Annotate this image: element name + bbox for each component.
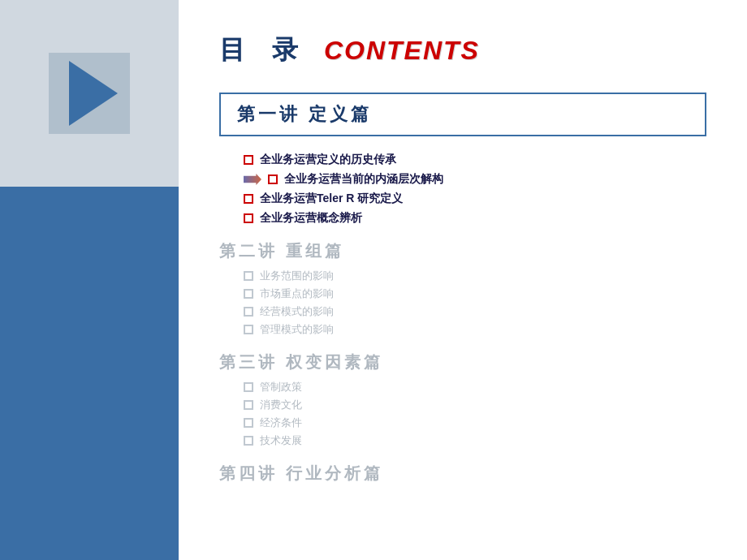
bullet-square-inactive-icon	[244, 400, 253, 410]
item-text: 技术发展	[260, 433, 302, 448]
item-text-highlighted: 全业务运营当前的内涵层次解构	[284, 172, 443, 187]
list-item: 全业务运营当前的内涵层次解构	[244, 172, 706, 187]
list-item: 全业务运营概念辨析	[244, 211, 706, 226]
item-text: 业务范围的影响	[260, 269, 334, 283]
list-item: 管理模式的影响	[244, 322, 706, 337]
arrow-right-icon	[69, 61, 118, 126]
sidebar	[0, 0, 179, 560]
item-text: 管制政策	[260, 380, 302, 394]
sidebar-top	[0, 0, 179, 187]
bullet-square-inactive-icon	[244, 436, 253, 446]
list-item: 经营模式的影响	[244, 304, 706, 319]
item-text: 管理模式的影响	[260, 322, 334, 337]
bullet-square-inactive-icon	[244, 418, 253, 428]
title-chinese: 目 录	[219, 32, 308, 68]
list-item: 全业务运营Teler R 研究定义	[244, 192, 706, 206]
arrow-icon-box	[49, 53, 130, 134]
item-text: 市场重点的影响	[260, 286, 334, 301]
section-2-items: 业务范围的影响 市场重点的影响 经营模式的影响 管理模式的影响	[244, 269, 706, 337]
list-item: 经济条件	[244, 416, 706, 430]
bullet-square-inactive-icon	[244, 325, 253, 334]
section-4-title: 第四讲 行业分析篇	[219, 463, 706, 485]
section-3-items: 管制政策 消费文化 经济条件 技术发展	[244, 380, 706, 448]
section-2-title: 第二讲 重组篇	[219, 240, 706, 262]
gradient-arrow-icon	[244, 174, 261, 185]
item-text: 全业务运营概念辨析	[260, 211, 362, 226]
bullet-square-inactive-icon	[244, 382, 253, 392]
list-item: 市场重点的影响	[244, 286, 706, 301]
item-text: 全业务运营定义的历史传承	[260, 153, 396, 167]
title-row: 目 录 CONTENTS	[219, 32, 706, 68]
item-text: 经营模式的影响	[260, 304, 334, 319]
bullet-square-inactive-icon	[244, 307, 253, 317]
list-item: 消费文化	[244, 398, 706, 412]
bullet-square-icon	[244, 194, 253, 204]
item-text: 全业务运营Teler R 研究定义	[260, 192, 403, 206]
section-1-items: 全业务运营定义的历史传承 全业务运营当前的内涵层次解构 全业务运营Teler R…	[244, 153, 706, 226]
bullet-square-icon	[244, 213, 253, 223]
list-item: 业务范围的影响	[244, 269, 706, 283]
bullet-square-icon	[268, 174, 278, 184]
title-english: CONTENTS	[324, 36, 480, 66]
list-item: 全业务运营定义的历史传承	[244, 153, 706, 167]
section-3-title: 第三讲 权变因素篇	[219, 351, 706, 373]
list-item: 管制政策	[244, 380, 706, 394]
bullet-square-icon	[244, 155, 253, 165]
item-text: 经济条件	[260, 416, 302, 430]
main-content: 目 录 CONTENTS 第一讲 定义篇 全业务运营定义的历史传承 全业务运营当…	[179, 0, 747, 560]
list-item: 技术发展	[244, 433, 706, 448]
section-1-box: 第一讲 定义篇	[219, 93, 706, 136]
bullet-square-inactive-icon	[244, 289, 253, 299]
section-1-title: 第一讲 定义篇	[237, 102, 689, 127]
item-text: 消费文化	[260, 398, 302, 412]
bullet-square-inactive-icon	[244, 271, 253, 281]
